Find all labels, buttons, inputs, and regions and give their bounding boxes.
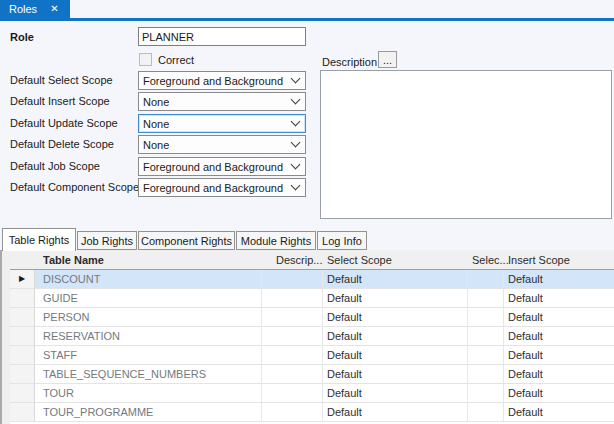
correct-checkbox[interactable] bbox=[139, 53, 152, 66]
default-select-scope-label: Default Select Scope bbox=[10, 74, 113, 86]
table-row[interactable]: TOUR Default Default bbox=[10, 384, 614, 403]
tab-roles-label: Roles bbox=[9, 3, 37, 15]
cell-insert-scope: Default bbox=[504, 346, 614, 365]
cell-select-scope: Default bbox=[323, 270, 468, 289]
default-job-scope-value: Foreground and Background bbox=[143, 161, 283, 173]
role-label: Role bbox=[10, 31, 34, 43]
table-row[interactable]: TABLE_SEQUENCE_NUMBERS Default Default bbox=[10, 365, 614, 384]
tab-module-rights-label: Module Rights bbox=[241, 235, 311, 247]
cell-table-name: RESERVATION bbox=[35, 327, 262, 346]
cell-table-name: TABLE_SEQUENCE_NUMBERS bbox=[35, 365, 262, 384]
row-indicator bbox=[10, 289, 35, 308]
column-header-selec[interactable]: Selec... bbox=[468, 250, 504, 269]
default-update-scope-label: Default Update Scope bbox=[10, 117, 118, 129]
cell-select-scope: Default bbox=[323, 384, 468, 403]
column-header-insert-scope[interactable]: Insert Scope bbox=[504, 250, 614, 269]
table-row[interactable]: GUIDE Default Default bbox=[10, 289, 614, 308]
cell-select-scope: Default bbox=[323, 289, 468, 308]
tab-table-rights-label: Table Rights bbox=[9, 234, 70, 246]
cell-table-name: DISCOUNT bbox=[35, 270, 262, 289]
default-update-scope-value: None bbox=[143, 118, 169, 130]
cell-description bbox=[262, 327, 323, 346]
cell-insert-scope: Default bbox=[504, 270, 614, 289]
close-icon[interactable]: ✕ bbox=[50, 4, 58, 14]
default-delete-scope-label: Default Delete Scope bbox=[10, 138, 114, 150]
cell-description bbox=[262, 403, 323, 422]
tab-job-rights-label: Job Rights bbox=[81, 235, 133, 247]
cell-description bbox=[262, 289, 323, 308]
description-label: Description bbox=[322, 56, 377, 68]
table-row[interactable]: RESERVATION Default Default bbox=[10, 327, 614, 346]
document-tabbar: Roles ✕ bbox=[0, 0, 614, 18]
default-insert-scope-dropdown[interactable]: None bbox=[138, 92, 306, 111]
roles-editor-window: Roles ✕ Role Correct Default Select Scop… bbox=[0, 0, 614, 424]
default-job-scope-dropdown[interactable]: Foreground and Background bbox=[138, 157, 306, 176]
cell-insert-scope: Default bbox=[504, 365, 614, 384]
chevron-down-icon bbox=[291, 160, 301, 170]
cell-selec bbox=[468, 308, 504, 327]
chevron-down-icon bbox=[291, 117, 301, 127]
cell-select-scope: Default bbox=[323, 365, 468, 384]
role-input[interactable] bbox=[138, 27, 306, 46]
column-header-description[interactable]: Descrip... bbox=[262, 250, 323, 269]
chevron-down-icon bbox=[291, 138, 301, 148]
cell-select-scope: Default bbox=[323, 308, 468, 327]
cell-table-name: PERSON bbox=[35, 308, 262, 327]
tab-module-rights[interactable]: Module Rights bbox=[236, 231, 316, 250]
table-row[interactable]: PERSON Default Default bbox=[10, 308, 614, 327]
row-indicator: ▶ bbox=[10, 270, 35, 289]
table-row[interactable]: TOUR_PROGRAMME Default Default bbox=[10, 403, 614, 422]
chevron-down-icon bbox=[291, 181, 301, 191]
cell-insert-scope: Default bbox=[504, 327, 614, 346]
description-textarea[interactable] bbox=[320, 70, 612, 219]
row-indicator bbox=[10, 403, 35, 422]
grid-header-row-indicator bbox=[10, 250, 35, 269]
default-delete-scope-dropdown[interactable]: None bbox=[138, 135, 306, 154]
description-ellipsis-button[interactable]: ... bbox=[378, 51, 397, 68]
column-header-select-scope[interactable]: Select Scope bbox=[323, 250, 468, 269]
cell-table-name: GUIDE bbox=[35, 289, 262, 308]
default-job-scope-row: Default Job Scope Foreground and Backgro… bbox=[0, 157, 320, 176]
row-indicator bbox=[10, 308, 35, 327]
row-indicator bbox=[10, 365, 35, 384]
table-rights-grid: Table Name Descrip... Select Scope Selec… bbox=[10, 250, 614, 424]
correct-label: Correct bbox=[158, 54, 194, 66]
cell-table-name: STAFF bbox=[35, 346, 262, 365]
default-select-scope-row: Default Select Scope Foreground and Back… bbox=[0, 71, 320, 90]
cell-selec bbox=[468, 289, 504, 308]
cell-selec bbox=[468, 346, 504, 365]
table-rights-panel: Table Name Descrip... Select Scope Selec… bbox=[0, 250, 614, 424]
cell-description bbox=[262, 308, 323, 327]
cell-selec bbox=[468, 403, 504, 422]
default-delete-scope-row: Default Delete Scope None bbox=[0, 135, 320, 154]
cell-table-name: TOUR_PROGRAMME bbox=[35, 403, 262, 422]
tab-table-rights[interactable]: Table Rights bbox=[2, 228, 76, 251]
grid-header-row: Table Name Descrip... Select Scope Selec… bbox=[10, 250, 614, 270]
tab-log-info[interactable]: Log Info bbox=[317, 231, 367, 250]
tab-roles[interactable]: Roles ✕ bbox=[0, 0, 70, 18]
cell-description bbox=[262, 346, 323, 365]
cell-insert-scope: Default bbox=[504, 308, 614, 327]
cell-insert-scope: Default bbox=[504, 289, 614, 308]
cell-select-scope: Default bbox=[323, 403, 468, 422]
column-header-table-name[interactable]: Table Name bbox=[35, 250, 262, 269]
chevron-down-icon bbox=[291, 95, 301, 105]
cell-select-scope: Default bbox=[323, 327, 468, 346]
row-indicator bbox=[10, 346, 35, 365]
cell-select-scope: Default bbox=[323, 346, 468, 365]
table-row[interactable]: ▶ DISCOUNT Default Default bbox=[10, 270, 614, 289]
default-component-scope-dropdown[interactable]: Foreground and Background bbox=[138, 178, 306, 197]
row-indicator bbox=[10, 327, 35, 346]
cell-description bbox=[262, 365, 323, 384]
default-component-scope-value: Foreground and Background bbox=[143, 182, 283, 194]
cell-table-name: TOUR bbox=[35, 384, 262, 403]
tab-component-rights[interactable]: Component Rights bbox=[138, 231, 235, 250]
tab-job-rights[interactable]: Job Rights bbox=[77, 231, 137, 250]
default-select-scope-dropdown[interactable]: Foreground and Background bbox=[138, 71, 306, 90]
cell-insert-scope: Default bbox=[504, 403, 614, 422]
current-row-arrow-icon: ▶ bbox=[19, 275, 25, 283]
row-indicator bbox=[10, 384, 35, 403]
table-row[interactable]: STAFF Default Default bbox=[10, 346, 614, 365]
default-select-scope-value: Foreground and Background bbox=[143, 75, 283, 87]
default-update-scope-dropdown[interactable]: None bbox=[138, 114, 306, 133]
